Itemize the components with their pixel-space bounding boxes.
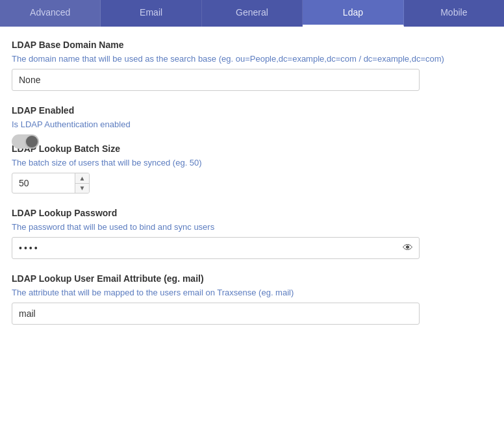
password-wrapper: 👁 (12, 237, 420, 259)
tab-ldap[interactable]: Ldap (303, 0, 403, 27)
field-email-attr: LDAP Lookup User Email Attribute (eg. ma… (12, 273, 492, 325)
settings-content: LDAP Base Domain Name The domain name th… (0, 27, 504, 352)
password-label: LDAP Lookup Password (12, 208, 492, 218)
tab-advanced[interactable]: Advanced (0, 0, 101, 27)
toggle-password-visibility-icon[interactable]: 👁 (403, 242, 413, 254)
field-batch-size: LDAP Lookup Batch Size The batch size of… (12, 143, 492, 193)
batch-size-description: The batch size of users that will be syn… (12, 158, 492, 168)
tab-general[interactable]: General (202, 0, 303, 27)
email-attr-label: LDAP Lookup User Email Attribute (eg. ma… (12, 273, 492, 284)
spinner-up-button[interactable]: ▲ (75, 173, 89, 184)
batch-size-spinner: ▲ ▼ (12, 173, 90, 193)
toggle-thumb (26, 136, 38, 147)
spinner-down-button[interactable]: ▼ (75, 184, 89, 193)
base-domain-label: LDAP Base Domain Name (12, 40, 492, 50)
password-input[interactable] (12, 237, 420, 259)
email-attr-description: The attribute that will be mapped to the… (12, 288, 492, 297)
field-password: LDAP Lookup Password The password that w… (12, 208, 492, 259)
tab-bar: AdvancedEmailGeneralLdapMobile (0, 0, 504, 27)
batch-size-label: LDAP Lookup Batch Size (12, 143, 492, 154)
password-description: The password that will be used to bind a… (12, 222, 492, 232)
email-attr-input[interactable] (12, 303, 420, 325)
ldap-enabled-label: LDAP Enabled (12, 105, 492, 116)
ldap-enabled-description: Is LDAP Authentication enabled (12, 119, 492, 129)
field-ldap-enabled: LDAP Enabled Is LDAP Authentication enab… (12, 105, 492, 129)
tab-email[interactable]: Email (101, 0, 201, 27)
base-domain-description: The domain name that will be used as the… (12, 54, 492, 64)
spinner-buttons: ▲ ▼ (75, 173, 89, 193)
base-domain-input[interactable] (12, 69, 420, 91)
field-base-domain: LDAP Base Domain Name The domain name th… (12, 40, 492, 91)
tab-mobile[interactable]: Mobile (404, 0, 504, 27)
